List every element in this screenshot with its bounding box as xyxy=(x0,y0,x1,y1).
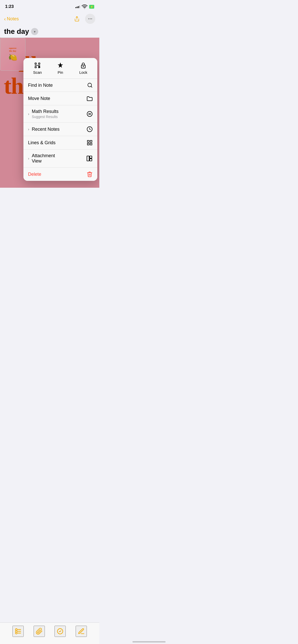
move-note-label: Move Note xyxy=(28,96,50,101)
recent-notes-button[interactable]: › Recent Notes xyxy=(23,123,97,136)
pin-button[interactable]: Pin xyxy=(53,62,68,75)
delete-button[interactable]: Delete xyxy=(23,168,97,181)
svg-rect-19 xyxy=(90,143,92,145)
search-icon xyxy=(87,82,93,88)
delete-left: Delete xyxy=(28,172,41,177)
lines-grids-left: Lines & Grids xyxy=(28,140,56,145)
more-button[interactable] xyxy=(85,14,95,24)
svg-point-2 xyxy=(88,18,89,19)
recent-notes-chevron: › xyxy=(28,127,29,131)
lock-label: Lock xyxy=(79,70,87,75)
attachment-view-label: AttachmentView xyxy=(32,153,55,164)
ellipsis-icon xyxy=(88,16,93,21)
scan-icon xyxy=(34,62,41,69)
recent-notes-label: Recent Notes xyxy=(32,127,60,132)
find-in-note-button[interactable]: Find in Note xyxy=(23,79,97,92)
battery-icon: ⚡ xyxy=(89,5,94,9)
status-bar: 1:23 ⚡ xyxy=(0,0,99,12)
status-icons: ⚡ xyxy=(75,4,94,10)
math-results-subtitle: Suggest Results xyxy=(32,115,59,119)
svg-point-9 xyxy=(83,66,84,67)
delete-label: Delete xyxy=(28,172,41,177)
lines-grids-button[interactable]: Lines & Grids xyxy=(23,136,97,150)
math-results-text-block: Math Results Suggest Results xyxy=(32,109,59,119)
share-icon xyxy=(74,16,80,22)
svg-rect-17 xyxy=(90,140,92,142)
svg-rect-16 xyxy=(87,140,89,142)
svg-rect-7 xyxy=(35,66,36,68)
nav-bar: ‹ Notes xyxy=(0,12,99,26)
back-button[interactable]: ‹ Notes xyxy=(4,16,19,22)
math-results-left: › Math Results Suggest Results xyxy=(28,109,59,119)
svg-rect-6 xyxy=(38,63,40,64)
find-in-note-label: Find in Note xyxy=(28,83,53,88)
back-chevron-icon: ‹ xyxy=(4,16,6,22)
layout-icon xyxy=(86,155,93,162)
equal-circle-icon xyxy=(87,111,93,117)
svg-point-3 xyxy=(90,18,90,19)
attachment-view-left: › AttachmentView xyxy=(28,153,55,164)
svg-rect-18 xyxy=(87,143,89,145)
signal-icon xyxy=(75,5,80,8)
menu-top-row: Scan Pin Lock xyxy=(23,58,97,79)
svg-point-4 xyxy=(91,18,92,19)
lock-icon xyxy=(80,62,87,69)
attachment-view-chevron: › xyxy=(28,156,29,160)
svg-point-0 xyxy=(84,8,85,9)
wifi-icon xyxy=(82,4,88,10)
clock-icon xyxy=(87,126,93,132)
back-label: Notes xyxy=(7,16,19,22)
scan-label: Scan xyxy=(33,70,42,75)
lines-grids-label: Lines & Grids xyxy=(28,140,56,145)
scan-button[interactable]: Scan xyxy=(30,62,45,75)
pin-label: Pin xyxy=(58,70,63,75)
note-content-area: squ th squeezethe day 🍋 xyxy=(0,38,99,188)
move-note-button[interactable]: Move Note xyxy=(23,92,97,105)
trash-icon xyxy=(87,171,93,177)
math-results-label: Math Results xyxy=(32,109,59,114)
find-in-note-left: Find in Note xyxy=(28,83,53,88)
svg-rect-20 xyxy=(87,156,89,161)
svg-rect-22 xyxy=(90,159,92,161)
grid-icon xyxy=(87,140,93,146)
title-dropdown-button[interactable]: ▾ xyxy=(31,28,38,35)
folder-icon xyxy=(87,95,93,101)
math-results-chevron: › xyxy=(28,112,29,116)
svg-rect-5 xyxy=(35,63,36,64)
recent-notes-left: › Recent Notes xyxy=(28,127,60,132)
lock-button[interactable]: Lock xyxy=(76,62,91,75)
attachment-view-button[interactable]: › AttachmentView xyxy=(23,150,97,168)
nav-right-icons xyxy=(72,14,95,24)
note-title-bar: the day ▾ xyxy=(0,26,99,38)
svg-line-11 xyxy=(91,86,92,87)
svg-rect-21 xyxy=(90,156,92,158)
chevron-down-icon: ▾ xyxy=(34,30,36,34)
math-results-button[interactable]: › Math Results Suggest Results xyxy=(23,105,97,123)
move-note-left: Move Note xyxy=(28,96,50,101)
pin-icon xyxy=(57,62,64,69)
attachment-view-text-block: AttachmentView xyxy=(32,153,55,164)
note-title: the day xyxy=(4,27,29,36)
share-button[interactable] xyxy=(72,14,82,24)
popup-menu: Scan Pin Lock Find in Note xyxy=(23,58,97,181)
svg-point-12 xyxy=(87,111,92,116)
status-time: 1:23 xyxy=(5,4,14,9)
